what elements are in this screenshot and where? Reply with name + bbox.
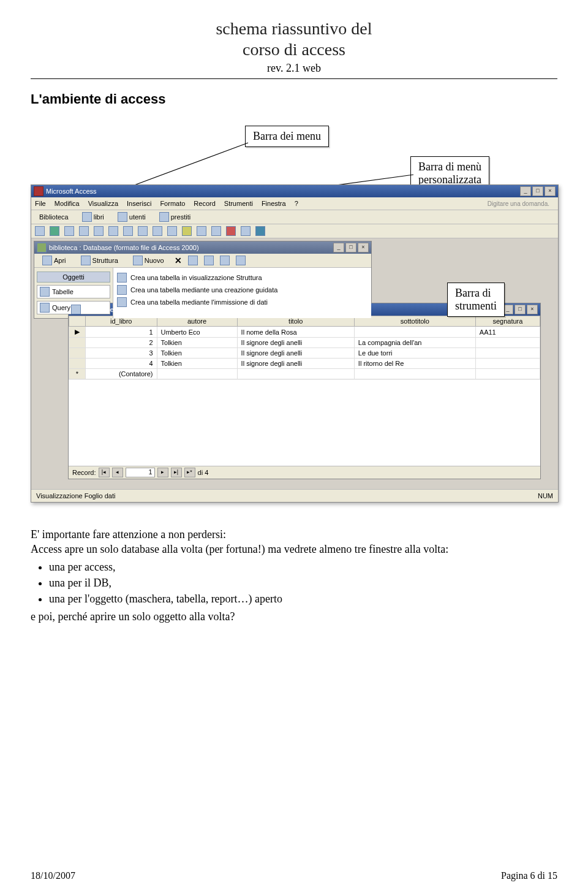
undo-icon[interactable]	[138, 226, 148, 236]
cell-id[interactable]: 1	[86, 327, 157, 338]
create-dati[interactable]: Crea una tabella mediante l'immissione d…	[117, 296, 368, 308]
cell-sottotitolo[interactable]	[354, 327, 475, 338]
maximize-icon[interactable]: □	[514, 305, 526, 314]
minimize-icon[interactable]: _	[520, 186, 531, 196]
row-selector[interactable]	[69, 348, 86, 359]
sort-asc-icon[interactable]	[153, 226, 162, 236]
cell-id[interactable]: 3	[86, 348, 157, 359]
details-icon[interactable]	[236, 256, 246, 265]
menu-inserisci[interactable]: Inserisci	[127, 200, 151, 207]
close-icon[interactable]: ×	[545, 186, 556, 196]
app-titlebar[interactable]: Microsoft Access _ □ ×	[31, 185, 558, 197]
cell-new-id[interactable]: (Contatore)	[86, 369, 157, 379]
table-row[interactable]: ▶1Umberto EcoIl nome della RosaAA11	[69, 327, 540, 338]
col-segnatura[interactable]: segnatura	[475, 316, 540, 327]
record-position[interactable]: 1	[126, 468, 155, 477]
close-icon[interactable]: ×	[527, 305, 538, 314]
cell-segnatura[interactable]	[475, 348, 540, 359]
minimize-icon[interactable]: _	[333, 243, 344, 252]
help-icon[interactable]	[255, 226, 265, 236]
view-icon[interactable]	[35, 226, 45, 236]
table-row[interactable]: 4TolkienIl signore degli anelliIl ritorn…	[69, 359, 540, 369]
db-new-button[interactable]: Nuovo	[129, 254, 168, 267]
delete-icon[interactable]: ✕	[175, 256, 182, 265]
menu-file[interactable]: File	[35, 200, 46, 207]
menu-finestra[interactable]: Finestra	[262, 200, 286, 207]
cell-id[interactable]: 2	[86, 338, 157, 348]
menu-visualizza[interactable]: Visualizza	[88, 200, 118, 207]
maximize-icon[interactable]: □	[532, 186, 543, 196]
body-para1: E' importante fare attenzione a non perd…	[31, 527, 557, 542]
create-guidata[interactable]: Crea una tabella mediante una creazione …	[117, 284, 368, 296]
close-icon[interactable]: ×	[358, 243, 369, 252]
db-open-button[interactable]: Apri	[38, 254, 70, 267]
large-icons-icon[interactable]	[188, 256, 198, 265]
cut-icon[interactable]	[94, 226, 104, 236]
nav-last-icon[interactable]: ▸|	[171, 468, 182, 477]
filter-icon[interactable]	[182, 226, 192, 236]
cell-titolo[interactable]: Il signore degli anelli	[237, 348, 354, 359]
cell-sottotitolo[interactable]: Le due torri	[354, 348, 475, 359]
database-window-icon[interactable]	[241, 226, 251, 236]
menu-strumenti[interactable]: Strumenti	[224, 200, 253, 207]
cell-titolo[interactable]: Il signore degli anelli	[237, 338, 354, 348]
cell-sottotitolo[interactable]: Il ritorno del Re	[354, 359, 475, 369]
paste-icon[interactable]	[123, 226, 133, 236]
custom-toolbar-utenti[interactable]: utenti	[113, 211, 150, 223]
list-icon[interactable]	[220, 256, 230, 265]
cell-sottotitolo[interactable]: La compagnia dell'an	[354, 338, 475, 348]
menu-record[interactable]: Record	[194, 200, 215, 207]
record-navigator[interactable]: Record: |◂ ◂ 1 ▸ ▸| ▸* di 4	[69, 466, 540, 479]
grid-empty-area[interactable]	[69, 379, 540, 466]
create-struttura[interactable]: Crea una tabella in visualizzazione Stru…	[117, 271, 368, 284]
data-grid[interactable]: id_libro autore titolo sottotitolo segna…	[69, 316, 540, 379]
cell-autore[interactable]: Tolkien	[157, 348, 237, 359]
find-icon[interactable]	[197, 226, 206, 236]
new-record-icon[interactable]	[211, 226, 221, 236]
cell-id[interactable]: 4	[86, 359, 157, 369]
nav-first-icon[interactable]: |◂	[99, 468, 110, 477]
body-bullet-2: una per il DB,	[49, 575, 557, 590]
small-icons-icon[interactable]	[204, 256, 214, 265]
row-selector[interactable]	[69, 359, 86, 369]
print-icon[interactable]	[64, 226, 74, 236]
sort-desc-icon[interactable]	[167, 226, 177, 236]
table-window[interactable]: libri : Tabella _ □ × id_libro autore	[68, 303, 541, 479]
db-design-button[interactable]: Struttura	[77, 254, 123, 267]
nav-new-icon[interactable]: ▸*	[184, 468, 195, 477]
table-icon	[71, 305, 81, 314]
custom-toolbar-libri[interactable]: libri	[78, 211, 108, 223]
save-icon[interactable]	[50, 226, 59, 236]
nav-prev-icon[interactable]: ◂	[112, 468, 123, 477]
custom-toolbar[interactable]: Biblioteca libri utenti prestiti	[31, 210, 558, 224]
objects-tabelle[interactable]: Tabelle	[37, 285, 110, 298]
cell-segnatura[interactable]	[475, 338, 540, 348]
cell-segnatura[interactable]: AA11	[475, 327, 540, 338]
cell-segnatura[interactable]	[475, 359, 540, 369]
cell-titolo[interactable]: Il signore degli anelli	[237, 359, 354, 369]
table-row[interactable]: 3TolkienIl signore degli anelliLe due to…	[69, 348, 540, 359]
cell-autore[interactable]: Tolkien	[157, 338, 237, 348]
custom-toolbar-prestiti[interactable]: prestiti	[155, 211, 195, 223]
menu-modifica[interactable]: Modifica	[55, 200, 80, 207]
delete-record-icon[interactable]	[226, 226, 236, 236]
copy-icon[interactable]	[108, 226, 118, 236]
col-sottotitolo[interactable]: sottotitolo	[354, 316, 475, 327]
cell-titolo[interactable]: Il nome della Rosa	[237, 327, 354, 338]
menu-formato[interactable]: Formato	[160, 200, 185, 207]
row-selector[interactable]	[69, 338, 86, 348]
menu-help[interactable]: ?	[295, 200, 298, 207]
row-selector[interactable]: ▶	[69, 327, 86, 338]
nav-next-icon[interactable]: ▸	[157, 468, 168, 477]
cell-autore[interactable]: Umberto Eco	[157, 327, 237, 338]
table-row-new[interactable]: *(Contatore)	[69, 369, 540, 379]
row-selector-new[interactable]: *	[69, 369, 86, 379]
objects-header: Oggetti	[37, 271, 110, 283]
menu-bar[interactable]: File Modifica Visualizza Inserisci Forma…	[31, 197, 558, 210]
standard-toolbar[interactable]	[31, 224, 558, 238]
cell-autore[interactable]: Tolkien	[157, 359, 237, 369]
preview-icon[interactable]	[79, 226, 89, 236]
maximize-icon[interactable]: □	[345, 243, 356, 252]
table-row[interactable]: 2TolkienIl signore degli anelliLa compag…	[69, 338, 540, 348]
ask-question-box[interactable]: Digitare una domanda.	[488, 200, 554, 207]
